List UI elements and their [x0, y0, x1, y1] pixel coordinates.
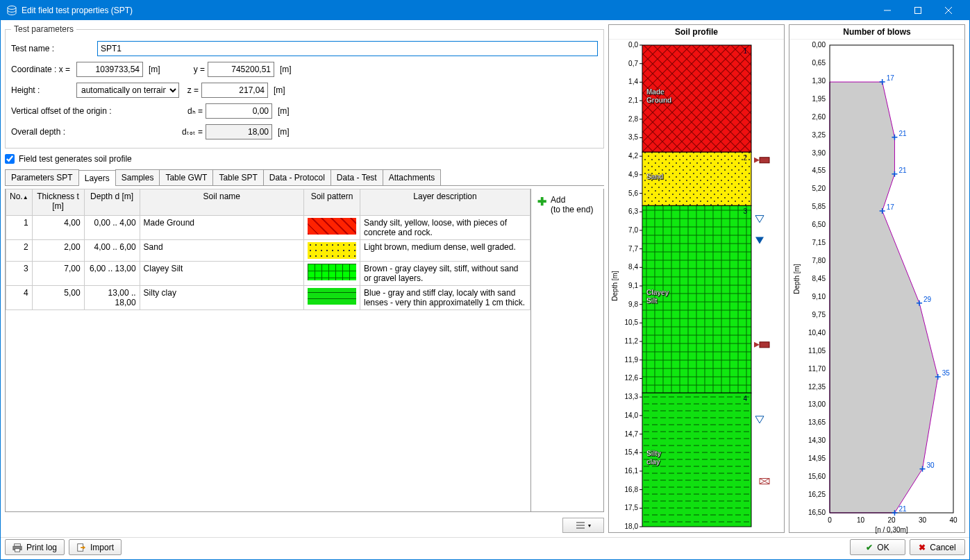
- svg-text:11,2: 11,2: [625, 337, 639, 345]
- svg-text:Made: Made: [646, 88, 664, 96]
- tab-layers[interactable]: Layers: [78, 170, 116, 186]
- blows-chart: 17212117293530210,000,651,301,952,603,25…: [789, 40, 964, 541]
- layers-table[interactable]: No.▲ Thickness t [m] Depth d [m] Soil na…: [6, 189, 530, 310]
- col-thickness: Thickness t [m]: [32, 189, 84, 216]
- coord-z-label: z =: [182, 85, 199, 95]
- svg-text:9,10: 9,10: [812, 293, 826, 300]
- svg-text:7,0: 7,0: [628, 226, 638, 234]
- window-title: Edit field test properties (SPT): [22, 6, 133, 15]
- svg-text:3,90: 3,90: [812, 149, 826, 157]
- soil-profile-title: Soil profile: [609, 25, 784, 40]
- y-unit: [m]: [277, 65, 294, 74]
- svg-marker-90: [755, 216, 764, 223]
- svg-text:0,65: 0,65: [812, 59, 826, 67]
- svg-text:1,30: 1,30: [812, 77, 826, 85]
- x-icon: ✖: [919, 543, 926, 552]
- col-soilname: Soil name: [140, 189, 303, 216]
- list-options-button[interactable]: ▾: [562, 518, 604, 533]
- z-unit: [m]: [271, 85, 288, 95]
- test-parameters-legend: Test parameters: [11, 24, 76, 34]
- testname-input[interactable]: [97, 41, 598, 56]
- table-row[interactable]: 22,004,00 .. 6,00SandLight brown, medium…: [6, 240, 530, 262]
- tabs: Parameters SPTLayersSamplesTable GWTTabl…: [5, 169, 604, 186]
- svg-text:35: 35: [942, 369, 951, 377]
- svg-text:16,50: 16,50: [808, 509, 826, 516]
- svg-text:1,95: 1,95: [812, 95, 826, 103]
- tab-samples[interactable]: Samples: [115, 169, 160, 185]
- import-button[interactable]: Import: [69, 539, 122, 555]
- svg-text:7,7: 7,7: [628, 245, 638, 253]
- tab-data-protocol[interactable]: Data - Protocol: [263, 169, 331, 185]
- dtot-label: dₜₒₜ =: [175, 127, 203, 137]
- app-icon: [6, 5, 17, 16]
- svg-text:[n / 0,30m]: [n / 0,30m]: [875, 526, 908, 534]
- add-layer-button[interactable]: ✚ Add(to the end): [534, 192, 601, 218]
- blows-pane: Number of blows 17212117293530210,000,65…: [789, 24, 965, 533]
- svg-rect-144: [15, 548, 20, 551]
- svg-text:20: 20: [887, 516, 896, 524]
- svg-text:10,40: 10,40: [808, 329, 826, 337]
- tab-parameters-spt[interactable]: Parameters SPT: [5, 169, 79, 185]
- svg-text:Sand: Sand: [646, 173, 663, 180]
- maximize-button[interactable]: [903, 1, 933, 20]
- svg-text:21: 21: [898, 505, 907, 513]
- coord-y-input[interactable]: [208, 62, 274, 77]
- generate-soil-checkbox[interactable]: Field test generates soil profile: [5, 154, 604, 164]
- svg-rect-88: [760, 158, 769, 163]
- svg-text:15,60: 15,60: [808, 473, 826, 480]
- svg-text:Depth [m]: Depth [m]: [793, 264, 801, 294]
- svg-text:Clayey: Clayey: [646, 289, 669, 296]
- col-no: No.▲: [6, 189, 33, 216]
- print-log-button[interactable]: Print log: [5, 539, 65, 555]
- svg-text:30: 30: [919, 516, 927, 524]
- svg-text:9,1: 9,1: [628, 282, 638, 289]
- svg-text:5,20: 5,20: [812, 185, 826, 192]
- svg-text:10: 10: [857, 516, 865, 524]
- table-row[interactable]: 14,000,00 .. 4,00Made GroundSandy silt, …: [6, 216, 530, 240]
- svg-text:30: 30: [927, 461, 935, 469]
- table-row[interactable]: 37,006,00 .. 13,00Clayey SiltBrown - gra…: [6, 262, 530, 286]
- svg-text:8,45: 8,45: [812, 275, 826, 282]
- col-depth: Depth d [m]: [84, 189, 140, 216]
- close-button[interactable]: [933, 1, 964, 20]
- svg-text:14,0: 14,0: [625, 411, 639, 419]
- svg-text:21: 21: [898, 167, 907, 174]
- svg-text:2: 2: [743, 154, 747, 162]
- dh-label: dₕ =: [179, 106, 203, 116]
- svg-rect-92: [760, 342, 769, 348]
- svg-text:40: 40: [949, 516, 958, 524]
- col-pattern: Soil pattern: [304, 189, 360, 216]
- tab-table-gwt[interactable]: Table GWT: [159, 169, 213, 185]
- tab-table-spt[interactable]: Table SPT: [212, 169, 263, 185]
- svg-text:17: 17: [887, 74, 895, 82]
- svg-text:12,6: 12,6: [625, 374, 639, 382]
- dh-input[interactable]: [206, 103, 272, 119]
- svg-text:7,80: 7,80: [812, 257, 826, 264]
- test-parameters-group: Test parameters Test name : Coordinate :…: [5, 24, 604, 149]
- tab-attachments[interactable]: Attachments: [383, 169, 442, 185]
- generate-soil-input[interactable]: [5, 154, 15, 164]
- titlebar: Edit field test properties (SPT): [1, 1, 969, 20]
- table-row[interactable]: 45,0013,00 .. 18,00Silty clayBlue - gray…: [6, 286, 530, 310]
- dtot-input: [206, 124, 272, 139]
- svg-text:21: 21: [898, 130, 907, 137]
- tab-data-test[interactable]: Data - Test: [331, 169, 383, 185]
- coord-x-input[interactable]: [76, 62, 143, 77]
- coord-x-label: Coordinate : x =: [11, 65, 74, 74]
- svg-text:15,4: 15,4: [625, 448, 639, 456]
- coord-z-input[interactable]: [201, 83, 268, 98]
- soil-profile-chart: 1MadeGround2Sand3ClayeySilt4Siltyclay0,0…: [609, 40, 784, 541]
- svg-text:4,9: 4,9: [628, 171, 638, 178]
- printer-icon: [12, 543, 22, 552]
- list-icon: [576, 522, 586, 529]
- svg-marker-91: [755, 237, 764, 244]
- svg-text:2,1: 2,1: [628, 96, 638, 104]
- svg-text:17: 17: [887, 203, 895, 211]
- height-mode-select[interactable]: automatically on terrain: [76, 83, 179, 98]
- svg-text:14,30: 14,30: [808, 436, 826, 444]
- minimize-button[interactable]: [872, 1, 903, 20]
- svg-text:16,8: 16,8: [625, 486, 639, 493]
- svg-text:3,25: 3,25: [812, 131, 826, 139]
- height-label: Height :: [11, 85, 74, 95]
- dh-unit: [m]: [275, 106, 292, 116]
